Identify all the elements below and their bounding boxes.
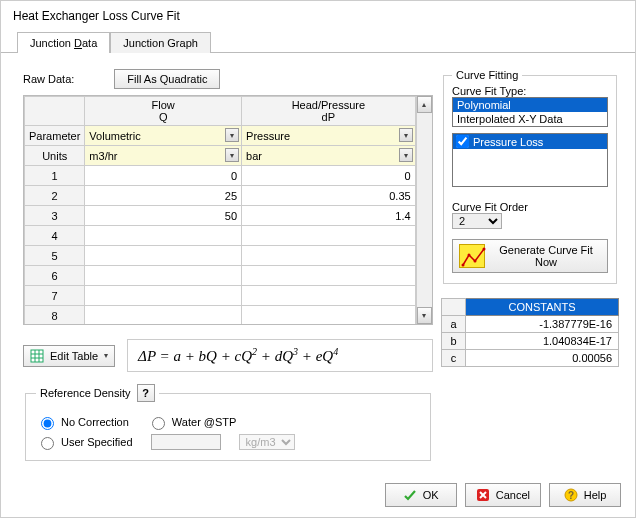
generate-curve-fit-button[interactable]: Generate Curve Fit Now: [452, 239, 608, 273]
flow-cell[interactable]: [85, 286, 242, 306]
constant-value: 0.00056: [466, 350, 619, 367]
svg-point-7: [474, 260, 477, 263]
curve-fit-order-label: Curve Fit Order: [452, 201, 608, 213]
flow-header: Flow Q: [85, 97, 242, 126]
dp-cell[interactable]: [242, 286, 416, 306]
tab-junction-data[interactable]: Junction Data: [17, 32, 110, 53]
head-parameter-select[interactable]: Pressure ▾: [242, 126, 416, 146]
table-row[interactable]: 6: [25, 266, 416, 286]
table-row[interactable]: 4: [25, 226, 416, 246]
chevron-down-icon: ▾: [104, 351, 108, 360]
pressure-loss-check-row[interactable]: Pressure Loss: [453, 134, 607, 149]
row-number: 7: [25, 286, 85, 306]
flow-cell[interactable]: [85, 306, 242, 326]
constant-row: a-1.387779E-16: [442, 316, 619, 333]
reference-density-group: Reference Density ? No Correction Water …: [25, 384, 431, 461]
reference-density-help-button[interactable]: ?: [137, 384, 155, 402]
dp-cell[interactable]: 1.4: [242, 206, 416, 226]
cancel-button[interactable]: Cancel: [465, 483, 541, 507]
dp-cell[interactable]: 0: [242, 166, 416, 186]
flow-cell[interactable]: 50: [85, 206, 242, 226]
user-density-input: [151, 434, 221, 450]
table-row[interactable]: 2250.35: [25, 186, 416, 206]
flow-parameter-select[interactable]: Volumetric ▾: [85, 126, 242, 146]
row-number: 4: [25, 226, 85, 246]
table-scrollbar[interactable]: ▴ ▾: [416, 96, 432, 324]
constant-value: -1.387779E-16: [466, 316, 619, 333]
table-icon: [30, 349, 44, 363]
dp-cell[interactable]: 0.35: [242, 186, 416, 206]
raw-data-table-container: Flow Q Head/Pressure dP Parameter Volume…: [23, 95, 433, 325]
row-number: 5: [25, 246, 85, 266]
svg-rect-0: [31, 350, 43, 362]
curve-fit-type-interpolated[interactable]: Interpolated X-Y Data: [453, 112, 607, 126]
help-icon: ?: [564, 488, 578, 502]
row-number: 8: [25, 306, 85, 326]
chevron-down-icon: ▾: [225, 128, 239, 142]
constant-name: a: [442, 316, 466, 333]
window-title: Heat Exchanger Loss Curve Fit: [1, 1, 635, 27]
curve-fitting-legend: Curve Fitting: [452, 69, 522, 81]
curve-fit-type-polynomial[interactable]: Polynomial: [453, 98, 607, 112]
flow-cell[interactable]: [85, 226, 242, 246]
chevron-down-icon: ▾: [225, 148, 239, 162]
formula-display: ΔP = a + bQ + cQ2 + dQ3 + eQ4: [127, 339, 433, 372]
chevron-down-icon: ▾: [399, 128, 413, 142]
curve-fit-type-list[interactable]: Polynomial Interpolated X-Y Data: [452, 97, 608, 127]
edit-table-button[interactable]: Edit Table ▾: [23, 345, 115, 367]
units-row-header: Units: [25, 146, 85, 166]
dp-cell[interactable]: [242, 306, 416, 326]
tab-strip: Junction Data Junction Graph: [1, 31, 635, 53]
help-button[interactable]: ? Help: [549, 483, 621, 507]
flow-units-select[interactable]: m3/hr ▾: [85, 146, 242, 166]
constant-row: c0.00056: [442, 350, 619, 367]
curve-fit-type-label: Curve Fit Type:: [452, 85, 608, 97]
constants-table: CONSTANTS a-1.387779E-16b1.040834E-17c0.…: [441, 298, 619, 367]
flow-cell[interactable]: [85, 266, 242, 286]
flow-cell[interactable]: [85, 246, 242, 266]
svg-point-6: [468, 254, 471, 257]
row-number: 3: [25, 206, 85, 226]
head-units-select[interactable]: bar ▾: [242, 146, 416, 166]
flow-cell[interactable]: 25: [85, 186, 242, 206]
constant-value: 1.040834E-17: [466, 333, 619, 350]
constants-table-container: CONSTANTS a-1.387779E-16b1.040834E-17c0.…: [441, 298, 619, 367]
curve-fit-order-select[interactable]: 2: [452, 213, 502, 229]
table-row[interactable]: 3501.4: [25, 206, 416, 226]
tab-junction-graph[interactable]: Junction Graph: [110, 32, 211, 53]
scroll-down-button[interactable]: ▾: [417, 307, 432, 324]
chart-icon: [459, 244, 485, 268]
flow-cell[interactable]: 0: [85, 166, 242, 186]
user-density-units-select: kg/m3: [239, 434, 295, 450]
dp-cell[interactable]: [242, 226, 416, 246]
svg-text:?: ?: [568, 490, 574, 501]
raw-data-label: Raw Data:: [23, 73, 74, 85]
ok-button[interactable]: OK: [385, 483, 457, 507]
no-correction-radio[interactable]: No Correction: [36, 414, 129, 430]
water-stp-radio[interactable]: Water @STP: [147, 414, 237, 430]
close-icon: [476, 488, 490, 502]
table-row[interactable]: 7: [25, 286, 416, 306]
table-row[interactable]: 8: [25, 306, 416, 326]
row-number: 2: [25, 186, 85, 206]
scroll-up-button[interactable]: ▴: [417, 96, 432, 113]
constant-name: c: [442, 350, 466, 367]
corner-header: [25, 97, 85, 126]
svg-point-8: [483, 248, 486, 251]
constant-name: b: [442, 333, 466, 350]
table-row[interactable]: 5: [25, 246, 416, 266]
raw-data-table[interactable]: Flow Q Head/Pressure dP Parameter Volume…: [24, 96, 416, 325]
table-row[interactable]: 100: [25, 166, 416, 186]
user-specified-radio[interactable]: User Specified: [36, 434, 133, 450]
fill-as-quadratic-button[interactable]: Fill As Quadratic: [114, 69, 220, 89]
curve-fitting-group: Curve Fitting Curve Fit Type: Polynomial…: [443, 69, 617, 284]
row-number: 1: [25, 166, 85, 186]
dialog-footer: OK Cancel ? Help: [1, 473, 635, 517]
dp-cell[interactable]: [242, 246, 416, 266]
curve-fit-series-list[interactable]: Pressure Loss: [452, 133, 608, 187]
dp-cell[interactable]: [242, 266, 416, 286]
svg-point-5: [462, 264, 465, 267]
pressure-loss-checkbox[interactable]: [456, 135, 469, 148]
head-header: Head/Pressure dP: [242, 97, 416, 126]
chevron-down-icon: ▾: [399, 148, 413, 162]
